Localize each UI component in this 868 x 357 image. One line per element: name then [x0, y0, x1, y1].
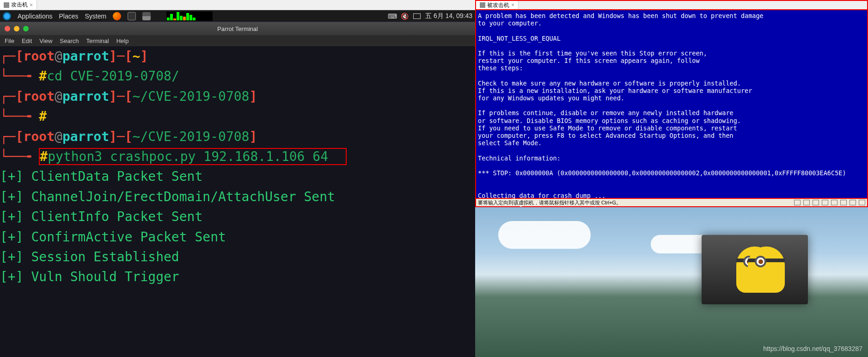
- vm-icon: [480, 2, 485, 8]
- close-icon[interactable]: ×: [511, 2, 514, 8]
- close-button[interactable]: [5, 26, 10, 31]
- window-title: Parrot Terminal: [0, 25, 475, 32]
- tab-label: 攻击机: [11, 1, 28, 9]
- activities-icon[interactable]: [3, 12, 11, 20]
- places-menu[interactable]: Places: [59, 12, 79, 20]
- terminal-launcher-icon[interactable]: [128, 12, 136, 20]
- output-line: [+] ClientData Packet Sent: [0, 166, 475, 186]
- floppy-icon[interactable]: [813, 200, 819, 205]
- cpu-graph: [166, 12, 213, 21]
- menu-view[interactable]: View: [39, 37, 52, 44]
- output-line: [+] ConfirmActive Packet Sent: [0, 227, 475, 247]
- output-line: [+] Vuln Should Trigger: [0, 267, 475, 287]
- files-icon[interactable]: [142, 12, 151, 20]
- menu-help[interactable]: Help: [116, 37, 129, 44]
- menu-edit[interactable]: Edit: [22, 37, 32, 44]
- usb-icon[interactable]: [831, 200, 837, 205]
- printer-icon[interactable]: [850, 200, 856, 205]
- applications-menu[interactable]: Applications: [18, 12, 53, 20]
- volume-icon[interactable]: 🔇: [401, 12, 409, 20]
- vm-status-text: 要将输入定向到该虚拟机，请将鼠标指针移入其中或按 Ctrl+G。: [478, 199, 621, 206]
- message-icon[interactable]: [859, 200, 865, 205]
- hdd-icon[interactable]: [794, 200, 801, 205]
- bsod-screen: A problem has been detected and Windows …: [475, 10, 868, 199]
- menu-terminal[interactable]: Terminal: [86, 37, 109, 44]
- gnome-panel: Applications Places System ⌨ 🔇 五 6月: [0, 10, 475, 22]
- victim-pane: 被攻击机 × A problem has been detected and W…: [475, 0, 868, 357]
- tab-victim[interactable]: 被攻击机 ×: [476, 1, 519, 9]
- terminal-titlebar[interactable]: Parrot Terminal: [0, 22, 475, 35]
- sound-icon[interactable]: [840, 200, 847, 205]
- output-line: [+] Session Established: [0, 247, 475, 267]
- tab-label: 被攻击机: [487, 1, 509, 9]
- output-line: [+] ChannelJoin/ErectDomain/AttachUser S…: [0, 187, 475, 207]
- maximize-button[interactable]: [23, 26, 29, 31]
- attacker-pane: 攻击机 × Applications Places System: [0, 0, 475, 357]
- gif-overlay: [702, 235, 808, 304]
- terminal-menubar: File Edit View Search Terminal Help: [0, 35, 475, 46]
- display-icon[interactable]: [413, 13, 421, 19]
- vm-icon: [4, 2, 9, 8]
- right-tabbar: 被攻击机 ×: [475, 0, 868, 10]
- vm-statusbar: 要将输入定向到该虚拟机，请将鼠标指针移入其中或按 Ctrl+G。: [475, 199, 868, 207]
- minimize-button[interactable]: [14, 26, 19, 31]
- network-icon[interactable]: [822, 200, 828, 205]
- left-tabbar: 攻击机 ×: [0, 0, 475, 10]
- system-menu[interactable]: System: [85, 12, 107, 20]
- firefox-icon[interactable]: [113, 12, 121, 20]
- tab-attacker[interactable]: 攻击机 ×: [0, 0, 37, 10]
- cd-icon[interactable]: [803, 200, 810, 205]
- menu-search[interactable]: Search: [60, 37, 79, 44]
- output-line: [+] ClientInfo Packet Sent: [0, 207, 475, 227]
- terminal-body[interactable]: ┌─[root@parrot]─[~] └──╼ #cd CVE-2019-07…: [0, 46, 475, 357]
- clock[interactable]: 五 6月 14, 09:43: [425, 12, 472, 20]
- watermark: https://blog.csdn.net/qq_37683287: [763, 345, 862, 352]
- desktop-wallpaper: https://blog.csdn.net/qq_37683287: [475, 207, 868, 357]
- close-icon[interactable]: ×: [30, 2, 33, 8]
- menu-file[interactable]: File: [5, 37, 14, 44]
- keyboard-icon[interactable]: ⌨: [388, 12, 396, 20]
